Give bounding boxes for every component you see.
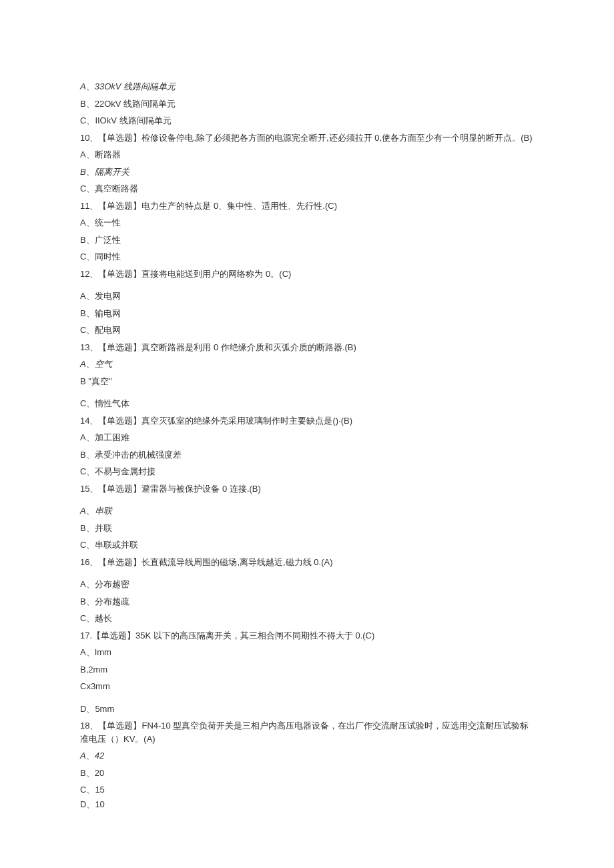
q15-stem: 15、【单选题】避雷器与被保护设备 0 连接.(B) [80, 482, 534, 496]
q16-stem: 16、【单选题】长直截流导线周围的磁场,离导线越近,磁力线 0.(A) [80, 556, 534, 569]
q11-option-c: C、同时性 [80, 250, 534, 264]
q17-option-c: Cx3mm [80, 680, 534, 693]
q15-option-c: C、串联或并联 [80, 538, 534, 552]
q18-stem: 18、【单选题】FN4-10 型真空负荷开关是三相户内高压电器设备，在出厂作交流… [80, 719, 534, 745]
q12-option-c: C、配电网 [80, 324, 534, 337]
q13-option-a: A、空气 [80, 358, 534, 371]
q10-stem: 10、【单选题】检修设备停电,除了必须把各方面的电源完全断开,还必须拉开 0,使… [80, 131, 534, 145]
q17-option-b: B,2mm [80, 663, 534, 677]
q18-option-c: C、15 [80, 783, 534, 797]
q14-option-b: B、承受冲击的机械强度差 [80, 448, 534, 462]
q9-option-a-text: A、33OkV 线路间隔单元 [80, 81, 176, 91]
q11-stem: 11、【单选题】电力生产的特点是 0、集中性、适用性、先行性.(C) [80, 199, 534, 213]
q11-option-b: B、广泛性 [80, 234, 534, 247]
q16-option-a: A、分布越密 [80, 578, 534, 591]
q12-stem: 12、【单选题】直接将电能送到用户的网络称为 0。(C) [80, 268, 534, 281]
q12-option-b: B、输电网 [80, 307, 534, 320]
q13-option-c: C、惰性气体 [80, 397, 534, 410]
q10-option-b: B、隔离开关 [80, 165, 534, 179]
q9-option-a: A、33OkV 线路间隔单元 [80, 80, 534, 93]
q15-option-b: B、并联 [80, 522, 534, 535]
q15-option-a: A、串联 [80, 504, 534, 518]
q10-option-c: C、真空断路器 [80, 182, 534, 195]
q18-option-a-text: A、42 [80, 751, 104, 761]
q13-option-b: B "真空" [80, 375, 534, 388]
q10-option-b-text: B、隔离开关 [80, 167, 129, 177]
q16-option-c: C、越长 [80, 612, 534, 625]
q13-option-a-text: A、空气 [80, 359, 112, 369]
q12-option-a: A、发电网 [80, 290, 534, 303]
q14-option-c: C、不易与金属封接 [80, 465, 534, 478]
q17-stem: 17.【单选题】35K 以下的高压隔离开关，其三相合闸不同期性不得大于 0.(C… [80, 629, 534, 642]
q13-stem: 13、【单选题】真空断路器是利用 0 作绝缘介质和灭弧介质的断路器.(B) [80, 341, 534, 354]
q10-option-a: A、断路器 [80, 148, 534, 161]
q15-option-a-text: A、串联 [80, 506, 112, 516]
q16-option-b: B、分布越疏 [80, 595, 534, 608]
q14-stem: 14、【单选题】真空灭弧室的绝缘外壳采用玻璃制作时主要缺点是()·(B) [80, 414, 534, 428]
q9-option-c: C、IIOkV 线路间隔单元 [80, 114, 534, 127]
q17-option-d: D、5mm [80, 703, 534, 716]
q14-option-a: A、加工困难 [80, 431, 534, 444]
q17-option-a: A、Imm [80, 646, 534, 659]
q18-option-b: B、20 [80, 767, 534, 780]
q11-option-a: A、统一性 [80, 216, 534, 230]
q18-option-a: A、42 [80, 749, 534, 763]
q9-option-b: B、22OkV 线路间隔单元 [80, 97, 534, 111]
q18-option-d: D、10 [80, 798, 534, 811]
